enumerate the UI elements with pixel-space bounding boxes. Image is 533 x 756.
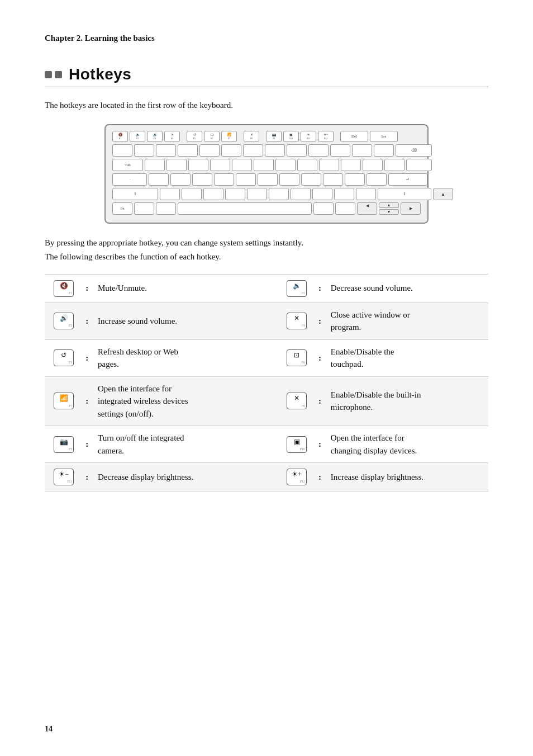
hotkey-icon-left-5: ☀− F11 (45, 463, 83, 492)
hotkey-desc-left-2: Refresh desktop or Webpages. (93, 339, 255, 376)
kb-u (275, 159, 296, 171)
hotkey-sym-right-2: ⊡ (288, 352, 305, 359)
kb-2 (156, 144, 176, 157)
kb-l (323, 173, 343, 186)
hotkey-sub-left-4: F9 (69, 447, 72, 451)
kb-d (192, 173, 212, 186)
kb-key-f8: 📷F9 (266, 131, 282, 142)
kb-quote (367, 173, 387, 186)
hotkey-colon-left-5: : (83, 463, 93, 492)
kb-gap-3 (261, 131, 264, 142)
kb-fn: Fn (112, 202, 132, 215)
kb-alt-r (313, 202, 334, 215)
hotkey-sub-left-0: F1 (69, 291, 72, 295)
hotkey-sub-left-1: F3 (69, 324, 72, 328)
kb-alt-l (156, 202, 176, 215)
keyboard-image: 🔇F1 🔉F2 🔊F3 ✕F4 ↺F5 ⊡F6 📶F7 ✕F8 📷F9 ▣F10… (104, 124, 429, 224)
hotkey-icon-left-2: ↺ F5 (45, 339, 83, 376)
kb-gap-1 (182, 131, 185, 142)
hotkey-desc-left-5: Decrease display brightness. (93, 463, 255, 492)
hotkey-icon-box-left-3: 📶 F7 (54, 393, 74, 409)
kb-right: ▶ (401, 202, 421, 215)
kb-v (225, 188, 245, 200)
kb-key-ins: Ins (370, 131, 398, 142)
hotkey-sym-right-3: ✕ (288, 395, 305, 402)
kb-3 (178, 144, 198, 157)
hotkey-icon-box-right-2: ⊡ F6 (287, 349, 307, 366)
kb-n (269, 188, 289, 200)
hotkey-colon-right-1: : (316, 303, 326, 339)
chapter-title: Chapter 2. Learning the basics (45, 34, 488, 43)
hotkey-sym-left-3: 📶 (55, 395, 72, 402)
kb-c (203, 188, 223, 200)
hotkey-spacer-5 (255, 463, 278, 492)
hotkey-sub-right-4: F10 (300, 447, 305, 451)
hotkey-desc-right-4: Open the interface forchanging display d… (326, 426, 488, 463)
kb-gap-4 (335, 131, 339, 142)
kb-row-fn: 🔇F1 🔉F2 🔊F3 ✕F4 ↺F5 ⊡F6 📶F7 ✕F8 📷F9 ▣F10… (112, 131, 421, 142)
hotkey-desc-left-1: Increase sound volume. (93, 303, 255, 339)
hotkey-spacer-3 (255, 376, 278, 426)
kb-j (279, 173, 299, 186)
hotkey-sym-left-1: 🔊 (55, 315, 72, 322)
kb-key-f4: ↺F5 (187, 131, 202, 142)
kb-key-del: Del (340, 131, 368, 142)
hotkey-sub-left-5: F11 (67, 480, 72, 484)
kb-t (232, 159, 252, 171)
kb-7 (265, 144, 285, 157)
hotkey-icon-right-3: ✕ F8 (278, 376, 316, 426)
hotkey-sym-left-0: 🔇 (55, 282, 72, 290)
hotkey-icon-box-left-2: ↺ F5 (54, 349, 74, 366)
hotkey-spacer-1 (255, 303, 278, 339)
kb-w (166, 159, 187, 171)
kb-slash (356, 188, 376, 200)
hotkey-sym-right-5: ☀+ (288, 471, 305, 478)
section-header: Hotkeys (45, 65, 488, 87)
kb-key-f7: ✕F8 (244, 131, 259, 142)
kb-tab: Tab (112, 159, 143, 171)
kb-5 (221, 144, 241, 157)
hotkey-colon-right-4: : (316, 426, 326, 463)
hotkey-icon-right-4: ▣ F10 (278, 426, 316, 463)
kb-key-f3: ✕F4 (164, 131, 180, 142)
kb-up-2: ▲ (379, 202, 399, 208)
section-dots (45, 71, 62, 78)
kb-y (254, 159, 274, 171)
hotkey-colon-left-2: : (83, 339, 93, 376)
hotkey-desc-right-3: Enable/Disable the built-inmicrophone. (326, 376, 488, 426)
hotkey-desc-right-1: Close active window orprogram. (326, 303, 488, 339)
hotkey-desc-right-0: Decrease sound volume. (326, 274, 488, 303)
hotkey-sub-right-2: F6 (302, 361, 305, 365)
kb-z (160, 188, 180, 200)
hotkey-icon-box-right-3: ✕ F8 (287, 393, 307, 409)
hotkey-icon-box-right-0: 🔉 F2 (287, 280, 307, 297)
kb-tilde (112, 144, 132, 157)
hotkey-icon-left-4: 📷 F9 (45, 426, 83, 463)
kb-caps: · (112, 173, 147, 186)
hotkey-sub-right-0: F2 (302, 291, 305, 295)
hotkey-spacer-4 (255, 426, 278, 463)
kb-row-shift: ⇧ ⇧ ▲ (112, 188, 421, 200)
kb-key-f5: ⊡F6 (204, 131, 220, 142)
hotkey-colon-right-3: : (316, 376, 326, 426)
keyboard-container: 🔇F1 🔉F2 🔊F3 ✕F4 ↺F5 ⊡F6 📶F7 ✕F8 📷F9 ▣F10… (45, 124, 488, 224)
hotkey-desc-right-5: Increase display brightness. (326, 463, 488, 492)
kb-up: ▲ (433, 188, 453, 200)
kb-row-tab: Tab (112, 159, 421, 171)
kb-semi (345, 173, 365, 186)
kb-8 (287, 144, 307, 157)
hotkey-icon-box-right-4: ▣ F10 (287, 436, 307, 453)
kb-h (258, 173, 278, 186)
hotkey-icon-left-1: 🔊 F3 (45, 303, 83, 339)
hotkey-sub-right-3: F8 (302, 404, 305, 408)
hotkey-colon-right-0: : (316, 274, 326, 303)
hotkey-sym-left-2: ↺ (55, 352, 72, 359)
kb-9 (308, 144, 329, 157)
hotkey-sym-left-4: 📷 (55, 438, 72, 446)
kb-f (214, 173, 234, 186)
kb-0 (330, 144, 350, 157)
hotkey-sub-left-2: F5 (69, 361, 72, 365)
kb-backslash (406, 159, 432, 171)
hotkey-desc-left-3: Open the interface forintegrated wireles… (93, 376, 255, 426)
kb-key-f11: ☀+F12 (318, 131, 334, 142)
